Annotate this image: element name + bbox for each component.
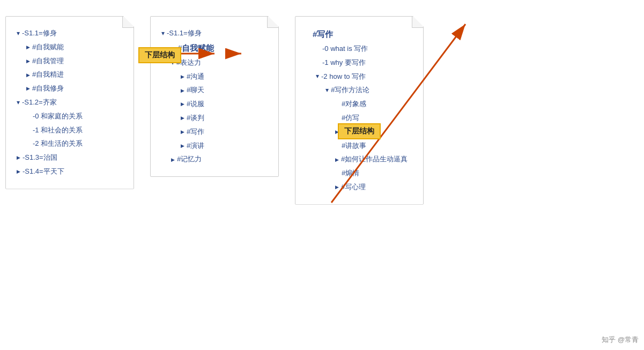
- tree-item: ▾#写作方法论: [306, 85, 412, 96]
- tree-item: ▶#谈判: [161, 113, 268, 124]
- bullet-icon: ▶: [181, 87, 184, 94]
- tree-label: #如何让作品生动逼真: [341, 154, 408, 165]
- tree-item: -0 和家庭的关系: [17, 111, 123, 122]
- tree-label: #对象感: [342, 99, 366, 110]
- tree-label: -S1.1=修身: [167, 28, 202, 39]
- tree-label: #写作方法论: [331, 85, 369, 96]
- watermark: 知乎 @常青: [602, 335, 639, 345]
- label-box-2: 下层结构: [338, 123, 381, 139]
- tree-label: -S1.3=治国: [23, 152, 57, 163]
- bullet-icon: ▾: [17, 98, 20, 108]
- tree-item: ▶#自我管理: [17, 56, 123, 67]
- tree-label: #聊天: [187, 85, 204, 96]
- tree-item: ▾-S1.1=修身: [161, 28, 268, 39]
- panel-1: ▾-S1.1=修身▶#自我赋能▶#自我管理▶#自我精进▶#自我修身▾-S1.2=…: [5, 16, 134, 189]
- label-box-1: 下层结构: [138, 47, 181, 63]
- tree-label: #自我赋能: [177, 42, 214, 55]
- tree-item: ▾-2 how to 写作: [306, 71, 412, 83]
- tree-label: #自我精进: [32, 69, 64, 80]
- tree-label: #煽情: [342, 168, 359, 179]
- tree-item: #讲故事: [306, 140, 412, 152]
- bullet-icon: ▶: [26, 57, 30, 65]
- tree-label: #沟通: [187, 71, 204, 83]
- panel-2: ▾-S1.1=修身#自我赋能▾#表达力▶#沟通▶#聊天▶#说服▶#谈判▶#写作▶…: [150, 16, 279, 177]
- tree-item: -0 what is 写作: [306, 43, 412, 55]
- tree-label: -1 和社会的关系: [33, 125, 83, 136]
- tree-item: -1 和社会的关系: [17, 125, 123, 136]
- bullet-icon: ▶: [26, 71, 30, 79]
- tree-item: ▶#如何让作品生动逼真: [306, 154, 412, 165]
- tree-label: #仿写: [342, 113, 359, 124]
- bullet-icon: ▶: [335, 183, 339, 191]
- tree-item: ▶-S1.3=治国: [17, 152, 123, 163]
- tree-item: #煽情: [306, 168, 412, 179]
- tree-label: #自我修身: [32, 83, 64, 94]
- bullet-icon: ▶: [17, 168, 20, 175]
- tree-label: #记忆力: [177, 154, 202, 165]
- tree-item: ▶#聊天: [161, 85, 268, 96]
- bullet-icon: ▾: [316, 71, 319, 81]
- tree-label: -0 what is 写作: [322, 43, 368, 55]
- tree-item: ▶#自我赋能: [17, 42, 123, 53]
- bullet-icon: ▶: [26, 43, 30, 51]
- tree-label: -1 why 要写作: [322, 57, 366, 69]
- bullet-icon: ▶: [181, 100, 184, 108]
- tree-item: ▶#演讲: [161, 140, 268, 152]
- bullet-icon: ▾: [161, 28, 165, 39]
- tree-item: ▾-S1.1=修身: [17, 28, 123, 39]
- tree-label: #讲故事: [342, 140, 366, 152]
- tree-item: ▶#自我修身: [17, 83, 123, 94]
- tree-item: ▶#记忆力: [161, 154, 268, 165]
- tree-item: ▶#写作: [161, 126, 268, 138]
- tree-item: ▾-S1.2=齐家: [17, 97, 123, 108]
- tree-item: #对象感: [306, 99, 412, 110]
- tree-label: #演讲: [187, 140, 204, 152]
- tree-item: ▶#写心理: [306, 182, 412, 193]
- tree-item: ▶#沟通: [161, 71, 268, 83]
- tree-label: -S1.2=齐家: [22, 97, 57, 108]
- tree-item: #写作: [306, 28, 412, 41]
- tree-item: ▶#自我精进: [17, 69, 123, 80]
- tree-label: -S1.4=平天下: [23, 166, 64, 177]
- tree-item: #仿写: [306, 113, 412, 124]
- tree-label: #写心理: [341, 182, 366, 193]
- bullet-icon: ▶: [181, 128, 184, 136]
- tree-item: ▶-S1.4=平天下: [17, 166, 123, 177]
- tree-label: -2 和生活的关系: [33, 138, 83, 150]
- tree-label: -0 和家庭的关系: [33, 111, 83, 122]
- tree-label: #自我赋能: [32, 42, 64, 53]
- tree-label: #说服: [187, 99, 204, 110]
- bullet-icon: ▶: [181, 114, 184, 122]
- bullet-icon: ▾: [325, 85, 329, 95]
- bullet-icon: ▾: [17, 28, 20, 39]
- tree-label: #写作: [313, 28, 333, 41]
- bullet-icon: ▶: [171, 156, 175, 163]
- tree-item: -2 和生活的关系: [17, 138, 123, 150]
- bullet-icon: ▶: [26, 85, 30, 92]
- tree-label: #谈判: [187, 113, 204, 124]
- bullet-icon: ▶: [181, 73, 184, 80]
- panels-container: ▾-S1.1=修身▶#自我赋能▶#自我管理▶#自我精进▶#自我修身▾-S1.2=…: [0, 0, 644, 350]
- tree-label: #自我管理: [32, 56, 64, 67]
- bullet-icon: ▶: [181, 142, 184, 150]
- tree-item: -1 why 要写作: [306, 57, 412, 69]
- tree-label: -S1.1=修身: [22, 28, 57, 39]
- tree-label: -2 how to 写作: [321, 71, 366, 83]
- bullet-icon: ▶: [17, 154, 20, 161]
- panel-3: #写作-0 what is 写作-1 why 要写作▾-2 how to 写作▾…: [295, 16, 424, 205]
- bullet-icon: ▶: [335, 156, 339, 163]
- tree-label: #写作: [187, 126, 204, 138]
- tree-item: ▶#说服: [161, 99, 268, 110]
